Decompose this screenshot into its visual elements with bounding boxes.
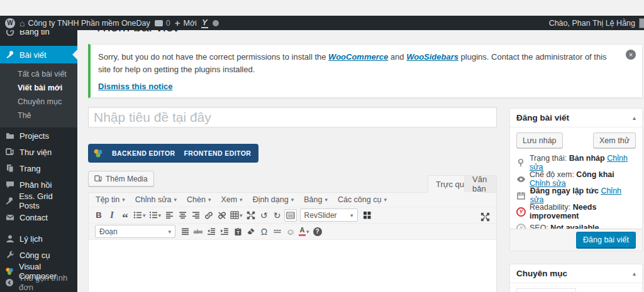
bold-button[interactable]: B <box>92 209 105 222</box>
align-center-button[interactable] <box>176 209 189 222</box>
readability-row: Y Readability: Needs improvement <box>516 203 636 220</box>
table-button[interactable]: ▾ <box>229 209 244 222</box>
justify-button[interactable] <box>179 225 191 238</box>
woocommerce-link[interactable]: WooCommerce <box>328 52 388 62</box>
grid-icon[interactable] <box>361 209 374 222</box>
menu-edit[interactable]: Chỉnh sửa▾ <box>131 194 181 205</box>
dismiss-notice-link[interactable]: Dismiss this notice <box>98 82 172 91</box>
submenu-tags[interactable]: Thẻ <box>0 109 77 122</box>
undo-button[interactable]: ↺ <box>258 209 270 222</box>
sidebar-item-pages[interactable]: Trang <box>0 160 77 176</box>
strikethrough-button[interactable]: abc <box>192 225 204 238</box>
sidebar-item-ess-grid[interactable]: Ess. Grid Posts <box>0 193 77 209</box>
editor-menubar: Tệp tin▾ Chỉnh sửa▾ Chèn▾ Xem▾ Định dạng… <box>89 193 496 207</box>
visual-composer-icon <box>93 148 103 158</box>
paste-as-text-button[interactable]: T <box>231 225 244 238</box>
sidebar-item-contact[interactable]: Contact <box>0 209 77 225</box>
menu-view[interactable]: Xem▾ <box>216 194 247 205</box>
plus-icon: + <box>175 18 180 28</box>
sidebar-separator <box>0 225 77 230</box>
frontend-editor-button[interactable]: FRONTEND EDITOR <box>184 149 252 157</box>
outdent-button[interactable] <box>205 225 218 238</box>
text-color-button[interactable]: A▾ <box>297 225 311 238</box>
redo-button[interactable]: ↻ <box>271 209 284 222</box>
new-content-menu[interactable]: + Mới <box>175 16 197 30</box>
chevron-down-icon: ▾ <box>384 197 387 203</box>
post-title-input[interactable] <box>88 107 497 127</box>
special-character-button[interactable]: Ω <box>258 225 270 238</box>
collapse-panel-icon[interactable]: ▴ <box>633 114 636 121</box>
collapse-panel-icon[interactable]: ▴ <box>633 270 636 277</box>
menu-format[interactable]: Định dạng▾ <box>248 194 299 205</box>
close-icon[interactable]: × <box>626 50 636 60</box>
sidebar-item-label: Phản hồi <box>19 180 52 190</box>
sidebar-item-label: Contact <box>19 213 48 222</box>
comment-icon <box>5 180 14 189</box>
tab-all-categories[interactable]: Tất cả chuyên mục <box>516 288 576 292</box>
italic-button[interactable]: I <box>106 209 118 222</box>
revslider-select[interactable]: RevSlider▾ <box>300 208 358 222</box>
user-greeting[interactable]: Chào, Phan Thị Lệ Hằng <box>549 19 635 28</box>
bullet-list-button[interactable]: ▾ <box>132 209 147 222</box>
user-avatar[interactable] <box>639 18 644 28</box>
sidebar-item-tools[interactable]: Công cụ <box>0 247 77 263</box>
sidebar-collapse-menu[interactable]: Thu gọn trình đơn <box>0 274 77 291</box>
menu-insert[interactable]: Chèn▾ <box>182 194 215 205</box>
chevron-down-icon: ▾ <box>168 229 171 235</box>
help-button[interactable]: ? <box>311 225 324 238</box>
status-dot-icon <box>213 20 219 26</box>
comments-count: 0 <box>166 19 170 28</box>
woosidebars-link[interactable]: WooSidebars <box>406 52 458 62</box>
pushpin-icon <box>5 197 14 205</box>
yoast-seo-menu[interactable]: Y <box>201 16 208 30</box>
wordpress-admin-screen: Bảng tin Bài viết Tất cả bài viết Viết b… <box>0 0 644 292</box>
categories-panel-header[interactable]: Chuyên mục ▴ <box>510 264 642 283</box>
site-name-menu[interactable]: ⌂ Công ty TNHH Phần mềm OneDay <box>19 16 150 30</box>
expand-icon[interactable] <box>245 209 257 222</box>
distraction-free-icon[interactable] <box>479 210 491 223</box>
envelope-icon <box>5 213 14 222</box>
sidebar-item-profile[interactable]: Lý lịch <box>0 230 77 247</box>
blockquote-button[interactable]: “ <box>119 209 131 222</box>
vc-editor-switch: BACKEND EDITOR FRONTEND EDITOR <box>88 144 258 163</box>
indent-button[interactable] <box>218 225 231 238</box>
sidebar-item-label: Công cụ <box>19 251 50 260</box>
comments-shortcut[interactable]: 0 <box>155 16 170 30</box>
publish-panel-header[interactable]: Đăng bài viết ▴ <box>510 109 642 127</box>
menu-file[interactable]: Tệp tin▾ <box>91 194 130 205</box>
chevron-down-icon: ▾ <box>143 212 146 219</box>
wordpress-logo-icon[interactable]: W <box>5 18 15 28</box>
align-right-button[interactable] <box>189 209 202 222</box>
menu-tools[interactable]: Các công cụ▾ <box>333 194 391 205</box>
publish-panel-footer: Đăng bài viết <box>510 229 642 251</box>
tab-text[interactable]: Văn bản <box>464 175 497 192</box>
unlink-button[interactable] <box>216 209 228 222</box>
emoticons-button[interactable]: ☺ <box>284 225 297 238</box>
editor-content-area[interactable] <box>89 240 496 292</box>
sidebar-item-label: Thu gọn trình đơn <box>19 273 72 292</box>
chevron-down-icon: ▾ <box>325 197 328 203</box>
editor-toolbar-row2: Đoạn▾ abc T Ω ☺ A▾ ? <box>89 224 496 240</box>
calendar-icon <box>516 192 526 200</box>
sidebar-item-media[interactable]: Thư viện <box>0 144 77 160</box>
remove-formatting-button[interactable] <box>245 225 257 238</box>
backend-editor-button[interactable]: BACKEND EDITOR <box>112 149 175 157</box>
yoast-readability-icon: Y <box>516 207 526 217</box>
horizontal-rule-button[interactable] <box>271 225 284 238</box>
publish-button[interactable]: Đăng bài viết <box>576 232 636 249</box>
toolbar-toggle-button[interactable] <box>284 209 297 222</box>
sidebar-item-posts[interactable]: Bài viết <box>0 46 77 63</box>
sidebar-item-projects[interactable]: Projects <box>0 127 77 144</box>
save-draft-button[interactable]: Lưu nháp <box>516 132 563 148</box>
align-left-button[interactable] <box>163 209 175 222</box>
format-select[interactable]: Đoạn▾ <box>95 225 175 238</box>
link-button[interactable] <box>203 209 215 222</box>
submenu-add-new-post[interactable]: Viết bài mới <box>0 81 77 95</box>
submenu-all-posts[interactable]: Tất cả bài viết <box>0 67 77 81</box>
admin-bar-left: W ⌂ Công ty TNHH Phần mềm OneDay 0 + Mới… <box>0 16 549 30</box>
preview-button[interactable]: Xem thử <box>593 132 636 148</box>
menu-table[interactable]: Bảng▾ <box>299 194 332 205</box>
sidebar-item-comments[interactable]: Phản hồi <box>0 176 77 193</box>
numbered-list-button[interactable]: ▾ <box>148 209 163 222</box>
submenu-categories[interactable]: Chuyên mục <box>0 95 77 109</box>
